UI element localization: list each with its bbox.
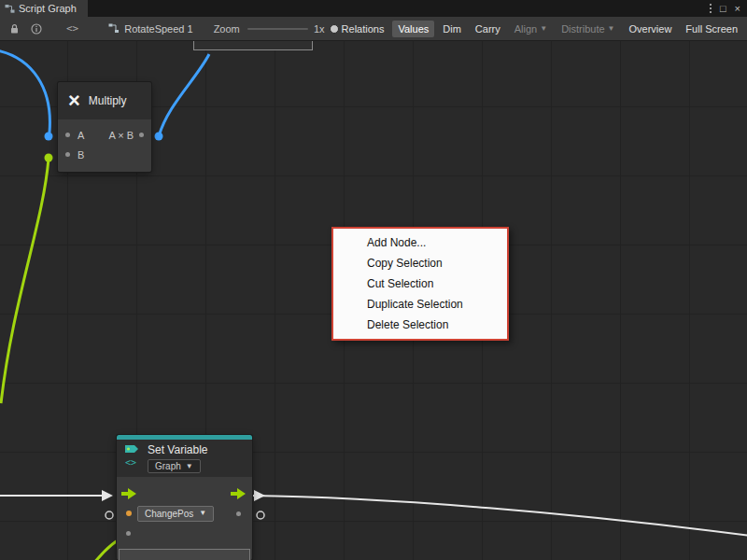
- node-set-variable[interactable]: <> Set Variable Graph ▼: [117, 435, 252, 560]
- node-multiply[interactable]: × Multiply A A × B B: [58, 82, 151, 172]
- variable-name-port-icon[interactable]: [126, 511, 132, 516]
- variable-name-dropdown[interactable]: ChangePos ▼: [137, 506, 214, 522]
- menu-icon[interactable]: [710, 4, 712, 13]
- align-label: Align: [514, 23, 537, 35]
- set-variable-body: ChangePos ▼: [117, 477, 252, 560]
- svg-text:<>: <>: [125, 457, 136, 468]
- zoom-value: 1x: [314, 23, 325, 35]
- menu-item-cut-selection[interactable]: Cut Selection: [333, 273, 507, 294]
- toolbar-button-dim[interactable]: Dim: [437, 21, 467, 37]
- breadcrumb[interactable]: RotateSpeed 1: [108, 23, 192, 35]
- script-graph-icon: [5, 4, 15, 14]
- set-variable-header[interactable]: <> Set Variable Graph ▼: [117, 440, 252, 477]
- zoom-slider-track[interactable]: [247, 28, 308, 30]
- zoom-slider-knob[interactable]: [330, 24, 339, 34]
- menu-item-add-node[interactable]: Add Node...: [333, 232, 507, 253]
- output-port-icon[interactable]: [139, 133, 144, 137]
- output-value-port-icon[interactable]: [236, 511, 241, 516]
- port-out-label: A × B: [108, 130, 134, 141]
- input-port-a-icon[interactable]: [65, 133, 70, 137]
- close-icon[interactable]: ×: [735, 3, 740, 14]
- chevron-down-icon: ▼: [199, 510, 206, 517]
- port-b-label: B: [78, 149, 84, 161]
- toolbar-button-carry[interactable]: Carry: [470, 21, 506, 37]
- toolbar-button-fullscreen[interactable]: Full Screen: [680, 21, 743, 37]
- multiply-node-header[interactable]: × Multiply: [58, 82, 151, 119]
- toolbar-buttons: Relations Values Dim Carry Align ▼ Distr…: [336, 21, 743, 37]
- multiply-row-a: A A × B: [58, 125, 151, 145]
- variable-name-row: ChangePos ▼: [117, 503, 252, 524]
- variable-value-field[interactable]: [119, 549, 250, 560]
- toolbar-button-align[interactable]: Align ▼: [509, 21, 553, 37]
- chevron-down-icon: ▼: [186, 463, 193, 470]
- graph-breadcrumb-icon: [108, 23, 120, 34]
- control-input-arrow-icon[interactable]: [121, 488, 138, 499]
- breadcrumb-label: RotateSpeed 1: [124, 23, 192, 35]
- control-output-arrow-icon[interactable]: [231, 488, 247, 499]
- value-input-row: [117, 524, 252, 542]
- chevron-down-icon: ▼: [608, 25, 615, 33]
- port-a-label: A: [78, 130, 84, 141]
- tab-script-graph[interactable]: Script Graph: [0, 0, 88, 17]
- multiply-node-title: Multiply: [89, 94, 127, 107]
- variable-name-label: ChangePos: [145, 509, 193, 519]
- value-input-port-icon[interactable]: [126, 531, 131, 536]
- toolbar-button-relations[interactable]: Relations: [336, 21, 390, 37]
- distribute-label: Distribute: [561, 23, 604, 35]
- titlebar: Script Graph □ ×: [0, 0, 747, 17]
- tab-label: Script Graph: [19, 3, 77, 14]
- multiply-node-body: A A × B B: [58, 119, 151, 172]
- info-icon[interactable]: [31, 23, 42, 35]
- toolbar-button-values[interactable]: Values: [392, 21, 434, 37]
- input-port-b-icon[interactable]: [65, 152, 70, 157]
- lock-icon[interactable]: [9, 23, 20, 35]
- zoom-slider[interactable]: [247, 23, 308, 35]
- script-graph-window: × Multiply A A × B B <>: [0, 0, 747, 560]
- variable-scope-dropdown[interactable]: Graph ▼: [148, 459, 201, 473]
- zoom-label: Zoom: [214, 23, 240, 35]
- menu-item-copy-selection[interactable]: Copy Selection: [333, 253, 507, 273]
- toolbar-button-overview[interactable]: Overview: [624, 21, 678, 37]
- menu-item-delete-selection[interactable]: Delete Selection: [333, 315, 507, 335]
- chevron-down-icon: ▼: [540, 25, 547, 33]
- scope-label: Graph: [155, 461, 181, 471]
- code-icon[interactable]: <>: [66, 22, 78, 35]
- window-controls: □ ×: [710, 3, 747, 14]
- multiply-icon: ×: [68, 91, 80, 111]
- menu-item-duplicate-selection[interactable]: Duplicate Selection: [333, 294, 507, 315]
- set-variable-title: Set Variable: [148, 443, 207, 456]
- set-variable-icon: <>: [124, 443, 141, 477]
- toolbar-button-distribute[interactable]: Distribute ▼: [556, 21, 620, 37]
- context-menu: Add Node... Copy Selection Cut Selection…: [331, 227, 509, 341]
- maximize-icon[interactable]: □: [720, 3, 726, 14]
- multiply-row-b: B: [58, 145, 151, 164]
- control-flow-row: [117, 484, 252, 503]
- graph-toolbar: <> RotateSpeed 1 Zoom 1x Relations Value…: [0, 17, 747, 41]
